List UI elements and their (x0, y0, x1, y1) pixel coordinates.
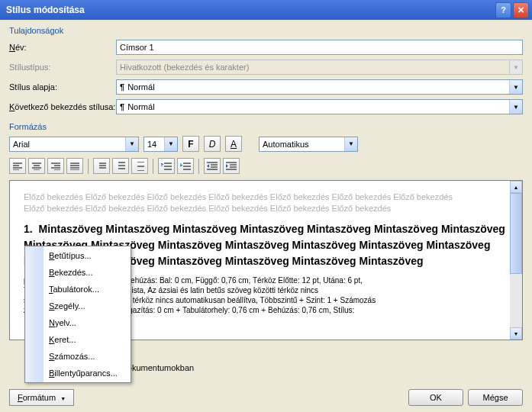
menu-item-border[interactable]: Szegély... (26, 298, 130, 314)
chevron-down-icon[interactable]: ▼ (125, 137, 138, 151)
scroll-up-icon[interactable]: ▲ (510, 181, 522, 193)
align-right-button[interactable] (47, 158, 64, 174)
line-spacing-2-button[interactable] (131, 158, 148, 174)
chevron-down-icon[interactable]: ▼ (509, 80, 522, 94)
menu-item-shortcut[interactable]: Billentyűparancs... (26, 365, 130, 381)
following-select[interactable]: ¶Normál ▼ (116, 99, 523, 114)
chevron-down-icon[interactable]: ▼ (344, 137, 357, 151)
preview-scrollbar[interactable]: ▲ ▼ (510, 181, 522, 340)
name-input[interactable] (116, 40, 523, 55)
pilcrow-icon: ¶ (120, 102, 124, 111)
color-select[interactable]: Automatikus ▼ (259, 137, 358, 152)
font-select[interactable]: Arial ▼ (9, 137, 139, 152)
format-dropdown-button[interactable]: Formátum ▼ (9, 389, 74, 406)
help-button[interactable]: ? (495, 2, 511, 18)
line-spacing-15-button[interactable] (112, 158, 129, 174)
scroll-down-icon[interactable]: ▼ (510, 327, 522, 340)
name-label: Név: (9, 43, 116, 52)
menu-item-tabs[interactable]: Tabulátorok... (26, 281, 130, 298)
menu-item-language[interactable]: Nyelv... (26, 314, 130, 331)
close-button[interactable]: ✕ (513, 2, 529, 18)
styletype-select: Hivatkozott (bekezdés és karakter) ▼ (116, 60, 523, 75)
chevron-down-icon[interactable]: ▼ (164, 137, 177, 151)
space-before-increase-button[interactable] (158, 158, 175, 174)
align-left-button[interactable] (9, 158, 26, 174)
space-before-decrease-button[interactable] (177, 158, 194, 174)
basedon-label: Stílus alapja: (9, 82, 116, 92)
question-icon: ? (501, 5, 506, 14)
italic-button[interactable]: D (204, 136, 221, 152)
size-select[interactable]: 14 ▼ (143, 137, 178, 152)
cancel-button[interactable]: Mégse (468, 389, 523, 406)
menu-item-frame[interactable]: Keret... (26, 331, 130, 348)
bold-button[interactable]: F (182, 136, 199, 152)
chevron-down-icon: ▼ (509, 60, 522, 74)
decrease-indent-button[interactable] (204, 158, 221, 174)
dropdown-arrow-icon: ▼ (60, 396, 66, 401)
format-section-title: Formázás (9, 122, 523, 131)
ok-button[interactable]: OK (408, 389, 463, 406)
pilcrow-icon: ¶ (120, 82, 124, 92)
basedon-select[interactable]: ¶Normál ▼ (116, 79, 523, 95)
line-spacing-1-button[interactable] (93, 158, 110, 174)
menu-item-font[interactable]: Betűtípus... (26, 247, 130, 264)
increase-indent-button[interactable] (223, 158, 240, 174)
align-justify-button[interactable] (66, 158, 83, 174)
underline-button[interactable]: A (225, 136, 242, 152)
dialog-title: Stílus módosítása (3, 5, 494, 15)
dialog-titlebar: Stílus módosítása ? ✕ (0, 0, 532, 20)
chevron-down-icon[interactable]: ▼ (509, 100, 522, 114)
close-icon: ✕ (517, 5, 524, 15)
align-center-button[interactable] (28, 158, 45, 174)
properties-section-title: Tulajdonságok (9, 26, 523, 35)
previous-paragraph-text: Előző bekezdés Előző bekezdés Előző beke… (24, 192, 508, 215)
menu-item-paragraph[interactable]: Bekezdés... (26, 264, 130, 281)
following-label: Következő bekezdés stílusa: (9, 102, 116, 111)
menu-item-numbering[interactable]: Számozás... (26, 348, 130, 365)
styletype-label: Stílustípus: (9, 63, 116, 72)
format-context-menu: Betűtípus... Bekezdés... Tabulátorok... … (24, 246, 131, 383)
